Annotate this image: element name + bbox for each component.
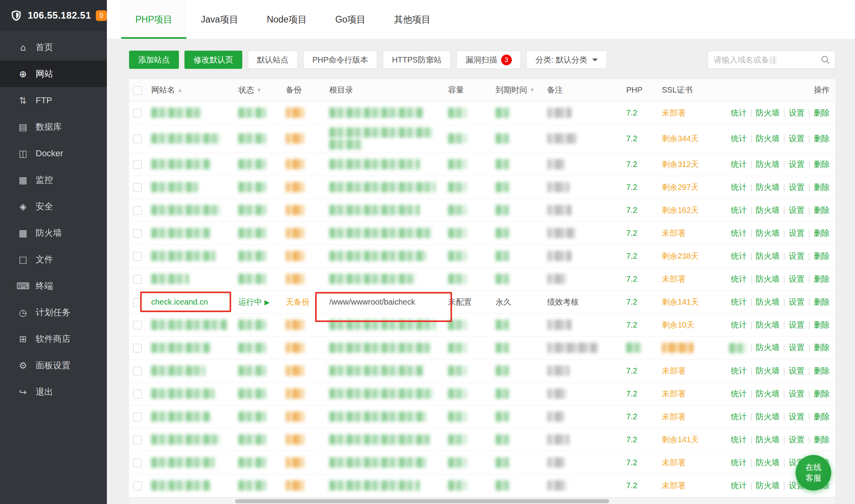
settings-link[interactable]: 设置 xyxy=(789,108,805,117)
row-checkbox[interactable] xyxy=(133,481,142,490)
php-version-link[interactable]: 7.2 xyxy=(626,252,637,260)
php-version-link[interactable]: 7.2 xyxy=(626,108,637,117)
horizontal-scrollbar-thumb[interactable] xyxy=(235,499,610,503)
php-version-link[interactable]: 7.2 xyxy=(626,183,637,191)
firewall-link[interactable]: 防火墙 xyxy=(756,412,780,421)
row-checkbox[interactable] xyxy=(133,344,142,352)
row-checkbox[interactable] xyxy=(133,436,142,444)
php-version-link[interactable]: 7.2 xyxy=(626,206,637,214)
firewall-link[interactable]: 防火墙 xyxy=(756,134,780,143)
row-checkbox[interactable] xyxy=(133,298,142,307)
sidebar-item-files[interactable]: □文件 xyxy=(0,246,107,273)
firewall-link[interactable]: 防火墙 xyxy=(756,389,780,398)
stats-link[interactable]: 统计 xyxy=(731,435,747,444)
php-version-link[interactable]: 7.2 xyxy=(626,412,637,421)
delete-link[interactable]: 删除 xyxy=(814,412,830,421)
firewall-link[interactable]: 防火墙 xyxy=(756,481,780,490)
settings-link[interactable]: 设置 xyxy=(789,297,805,306)
add-site-button[interactable]: 添加站点 xyxy=(129,51,179,69)
delete-link[interactable]: 删除 xyxy=(814,343,830,352)
ssl-status-link[interactable]: 未部署 xyxy=(662,389,686,398)
sidebar-item-website[interactable]: ⊕网站 xyxy=(0,61,107,87)
default-site-button[interactable]: 默认站点 xyxy=(248,51,298,69)
status-text[interactable]: 运行中 xyxy=(238,297,262,306)
firewall-link[interactable]: 防火墙 xyxy=(756,320,780,329)
online-service-button[interactable]: 在线 客服 xyxy=(796,455,831,491)
ssl-status-link[interactable]: 剩余238天 xyxy=(662,252,699,260)
delete-link[interactable]: 删除 xyxy=(814,435,830,444)
quota-link[interactable]: 未配置 xyxy=(448,297,472,306)
firewall-link[interactable]: 防火墙 xyxy=(756,458,780,467)
https-guard-button[interactable]: HTTPS防窜站 xyxy=(383,51,451,69)
stats-link[interactable]: 统计 xyxy=(731,183,747,191)
php-version-link[interactable]: 7.2 xyxy=(626,160,637,169)
sort-asc-icon[interactable]: ▲ xyxy=(177,87,182,93)
php-version-link[interactable]: 7.2 xyxy=(626,275,637,283)
tab-java[interactable]: Java项目 xyxy=(186,0,253,39)
settings-link[interactable]: 设置 xyxy=(789,343,805,352)
firewall-link[interactable]: 防火墙 xyxy=(756,435,780,444)
vuln-scan-button[interactable]: 漏洞扫描3 xyxy=(456,51,521,69)
row-checkbox[interactable] xyxy=(133,183,142,192)
settings-link[interactable]: 设置 xyxy=(789,252,805,260)
sidebar-item-docker[interactable]: ◫Docker xyxy=(0,140,107,167)
settings-link[interactable]: 设置 xyxy=(789,366,805,375)
delete-link[interactable]: 删除 xyxy=(814,389,830,398)
row-checkbox[interactable] xyxy=(133,229,142,238)
stats-link[interactable]: 统计 xyxy=(731,458,747,467)
stats-link[interactable]: 统计 xyxy=(731,206,747,214)
row-checkbox[interactable] xyxy=(133,135,142,143)
php-version-link[interactable]: 7.2 xyxy=(626,435,637,444)
php-version-link[interactable]: 7.2 xyxy=(626,134,637,143)
php-version-link[interactable]: 7.2 xyxy=(626,229,637,237)
stats-link[interactable]: 统计 xyxy=(731,389,747,398)
php-version-link[interactable]: 7.2 xyxy=(626,297,637,306)
ssl-status-link[interactable]: 未部署 xyxy=(662,366,686,375)
settings-link[interactable]: 设置 xyxy=(789,206,805,214)
delete-link[interactable]: 删除 xyxy=(814,183,830,191)
sidebar-item-appstore[interactable]: ⊞软件商店 xyxy=(0,326,107,352)
ssl-status-link[interactable]: 剩余312天 xyxy=(662,160,699,169)
settings-link[interactable]: 设置 xyxy=(789,389,805,398)
delete-link[interactable]: 删除 xyxy=(814,297,830,306)
php-version-link[interactable]: 7.2 xyxy=(626,481,637,490)
stats-link[interactable]: 统计 xyxy=(731,297,747,306)
row-checkbox[interactable] xyxy=(133,321,142,330)
firewall-link[interactable]: 防火墙 xyxy=(756,229,780,237)
ssl-status-link[interactable]: 未部署 xyxy=(662,458,686,467)
modify-default-page-button[interactable]: 修改默认页 xyxy=(184,51,242,69)
site-link[interactable]: check.iceand.cn xyxy=(151,297,208,306)
stats-link[interactable]: 统计 xyxy=(731,108,747,117)
delete-link[interactable]: 删除 xyxy=(814,275,830,283)
ssl-status-link[interactable]: 未部署 xyxy=(662,481,686,490)
tab-php[interactable]: PHP项目 xyxy=(121,0,186,39)
stats-link[interactable]: 统计 xyxy=(731,252,747,260)
ssl-status-link[interactable]: 剩余297天 xyxy=(662,183,699,191)
firewall-link[interactable]: 防火墙 xyxy=(756,160,780,169)
php-cli-version-button[interactable]: PHP命令行版本 xyxy=(303,51,377,69)
remark-link[interactable]: 绩效考核 xyxy=(547,297,579,306)
search-icon[interactable] xyxy=(820,55,830,66)
message-count-badge[interactable]: 0 xyxy=(96,10,107,21)
stats-link[interactable]: 统计 xyxy=(731,134,747,143)
delete-link[interactable]: 删除 xyxy=(814,252,830,260)
row-checkbox[interactable] xyxy=(133,109,142,117)
delete-link[interactable]: 删除 xyxy=(814,108,830,117)
sidebar-item-security[interactable]: ◈安全 xyxy=(0,193,107,220)
row-checkbox[interactable] xyxy=(133,413,142,421)
play-icon[interactable]: ▶ xyxy=(264,299,270,306)
sidebar-item-ftp[interactable]: ⇅FTP xyxy=(0,87,107,114)
sidebar-item-cron[interactable]: ◷计划任务 xyxy=(0,299,107,326)
backup-link[interactable]: 无备份 xyxy=(286,297,310,306)
row-checkbox[interactable] xyxy=(133,390,142,398)
delete-link[interactable]: 删除 xyxy=(814,134,830,143)
sidebar-item-database[interactable]: ▤数据库 xyxy=(0,114,107,140)
sidebar-item-logout[interactable]: ↪退出 xyxy=(0,379,107,405)
settings-link[interactable]: 设置 xyxy=(789,435,805,444)
firewall-link[interactable]: 防火墙 xyxy=(756,108,780,117)
settings-link[interactable]: 设置 xyxy=(789,412,805,421)
filter-caret-icon[interactable]: ▼ xyxy=(530,87,535,93)
ssl-status-link[interactable]: 未部署 xyxy=(662,108,686,117)
delete-link[interactable]: 删除 xyxy=(814,160,830,169)
firewall-link[interactable]: 防火墙 xyxy=(756,366,780,375)
